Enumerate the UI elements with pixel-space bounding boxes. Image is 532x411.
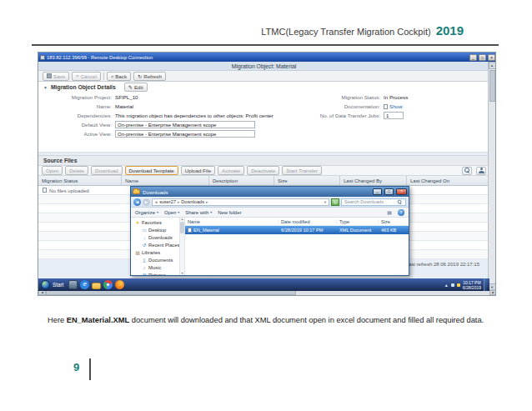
share-with-menu[interactable]: Share with ▾ — [185, 210, 212, 215]
tree-item-pictures[interactable]: ▨ Pictures — [131, 271, 179, 275]
active-view-field[interactable]: On-premise - Enterprise Management scope — [115, 130, 255, 138]
collapse-icon[interactable]: ▼ — [43, 85, 48, 90]
vertical-scrollbar[interactable]: ▲ ▼ — [488, 62, 495, 291]
column-last-changed-by[interactable]: Last Changed By — [340, 176, 407, 185]
default-view-field[interactable]: On-premise - Enterprise Management scope — [115, 121, 255, 128]
activate-button[interactable]: Activate — [218, 166, 244, 175]
chevron-right-icon: ▸ — [206, 200, 208, 204]
edit-button[interactable]: ✎ Edit — [124, 83, 148, 92]
explorer-close-button[interactable]: × — [396, 188, 407, 195]
last-refresh-text: Last refresh 28 06 2019 22:17:15 — [406, 262, 479, 267]
header-divider — [32, 44, 499, 46]
breadcrumb-downloads[interactable]: Downloads — [181, 199, 204, 204]
internet-explorer-icon[interactable]: e — [80, 280, 89, 289]
desktop-icon: ▭ — [142, 228, 147, 233]
tree-item-desktop[interactable]: ▭ Desktop — [131, 226, 179, 233]
address-dropdown-icon[interactable]: ▾ — [324, 200, 326, 204]
forward-nav-icon[interactable]: ▶ — [143, 198, 150, 206]
firefox-icon[interactable] — [115, 280, 124, 289]
back-button[interactable]: < Back — [107, 72, 131, 81]
tree-item-downloads[interactable]: ↓ Downloads — [131, 233, 179, 241]
tray-volume-icon[interactable] — [457, 283, 460, 287]
start-button[interactable]: Start — [53, 282, 63, 288]
favorites-label: Favorites — [142, 220, 162, 225]
file-row-en-material[interactable]: EN_Material 6/28/2019 10:17 PM XML Docum… — [185, 226, 409, 234]
user-icon — [479, 168, 484, 173]
explorer-minimize-button[interactable]: _ — [373, 188, 382, 195]
new-folder-button[interactable]: New folder — [218, 210, 241, 215]
views-icon[interactable]: ▤ — [387, 209, 392, 215]
minimize-button[interactable]: _ — [469, 54, 477, 61]
restore-button[interactable]: □ — [479, 54, 486, 61]
scroll-right-icon[interactable]: ▶ — [489, 290, 496, 295]
close-button[interactable]: × — [488, 54, 495, 61]
scroll-up-icon[interactable]: ▲ — [181, 218, 183, 221]
open-menu[interactable]: Open ▾ — [164, 210, 179, 215]
column-size[interactable]: Size — [379, 219, 404, 224]
refresh-button[interactable]: ↻ Refresh — [133, 72, 166, 81]
save-button[interactable]: Save — [43, 72, 69, 81]
column-migration-status[interactable]: Migration Status — [38, 176, 122, 185]
refresh-label: Refresh — [143, 73, 162, 79]
delete-button[interactable]: Delete — [65, 166, 88, 175]
column-size[interactable]: Size — [274, 176, 340, 185]
explorer-maximize-button[interactable]: □ — [384, 188, 394, 195]
help-icon[interactable]: ? — [398, 209, 404, 216]
column-name[interactable]: Name — [122, 176, 209, 185]
scrollbar-thumb[interactable] — [489, 70, 495, 102]
migration-object-details-panel: ▼ Migration Object Details ✎ Edit Migrat… — [38, 82, 489, 153]
file-icon — [43, 188, 47, 193]
scroll-down-icon[interactable]: ▼ — [181, 272, 183, 275]
start-transfer-button[interactable]: Start Transfer — [282, 166, 321, 175]
download-button[interactable]: Download — [91, 166, 123, 175]
document-year: 2019 — [436, 23, 464, 38]
rdp-taskbar-icon[interactable] — [68, 280, 78, 289]
deactivate-button[interactable]: Deactivate — [247, 166, 279, 175]
scrollbar-thumb[interactable] — [180, 222, 184, 233]
tree-item-recent-places[interactable]: ↺ Recent Places — [131, 241, 179, 248]
footer-divider — [89, 358, 91, 380]
breadcrumb-user[interactable]: suser27 — [159, 199, 176, 204]
refresh-icon: ↻ — [138, 73, 142, 79]
column-name[interactable]: Name — [185, 219, 279, 224]
tree-item-documents[interactable]: ▯ Documents — [131, 256, 179, 263]
file-list: Name Date modified Type Size EN_Material… — [185, 218, 409, 275]
download-template-button[interactable]: Download Template — [125, 166, 178, 175]
column-date-modified[interactable]: Date modified — [279, 219, 337, 224]
show-desktop-button[interactable] — [484, 278, 487, 291]
explorer-titlebar[interactable]: Downloads _ □ × — [131, 187, 409, 197]
chevron-right-icon: ▸ — [178, 200, 179, 204]
column-description[interactable]: Description — [209, 176, 274, 185]
explorer-taskbar-icon[interactable] — [92, 283, 101, 289]
xml-file-icon — [188, 228, 192, 233]
column-last-changed-on[interactable]: Last Changed On — [407, 176, 489, 185]
tree-group-favorites[interactable]: ★ Favorites — [131, 218, 179, 226]
documentation-show-link[interactable]: Show — [384, 103, 402, 109]
star-icon: ★ — [135, 220, 140, 225]
tree-item-music[interactable]: ♪ Music — [131, 263, 179, 271]
documents-icon: ▯ — [142, 258, 147, 263]
taskbar-clock[interactable]: 10:17 PM 6/28/2019 — [463, 280, 481, 290]
upload-file-button[interactable]: Upload File — [181, 166, 215, 175]
tray-network-icon[interactable] — [451, 283, 454, 287]
organize-menu[interactable]: Organize ▾ — [135, 210, 158, 215]
column-type[interactable]: Type — [337, 219, 379, 224]
cancel-button[interactable]: × Cancel — [72, 72, 101, 81]
tray-expand-icon[interactable]: ▲ — [444, 283, 449, 288]
address-refresh-button[interactable]: ↻ — [331, 198, 339, 206]
search-button[interactable] — [462, 167, 472, 175]
jobs-field[interactable]: 1 — [384, 112, 404, 119]
tree-scrollbar[interactable]: ▲ ▼ — [179, 218, 185, 275]
start-orb-icon[interactable] — [41, 280, 50, 289]
open-button[interactable]: Open — [42, 166, 63, 175]
save-icon — [47, 73, 52, 78]
crumb-prefix[interactable]: « — [155, 199, 158, 204]
address-bar[interactable]: « suser27 ▸ Downloads ▸ ▾ — [152, 198, 329, 206]
user-settings-button[interactable] — [476, 167, 486, 175]
back-nav-icon[interactable]: ◀ — [133, 198, 141, 206]
tree-group-libraries[interactable]: ▤ Libraries — [131, 248, 179, 256]
scroll-up-icon[interactable]: ▲ — [489, 62, 496, 69]
search-input[interactable]: Search Downloads — [341, 198, 406, 206]
chrome-icon[interactable] — [103, 280, 113, 289]
rdp-titlebar[interactable]: 183.82.112.396/99 - Remote Desktop Conne… — [38, 53, 496, 62]
